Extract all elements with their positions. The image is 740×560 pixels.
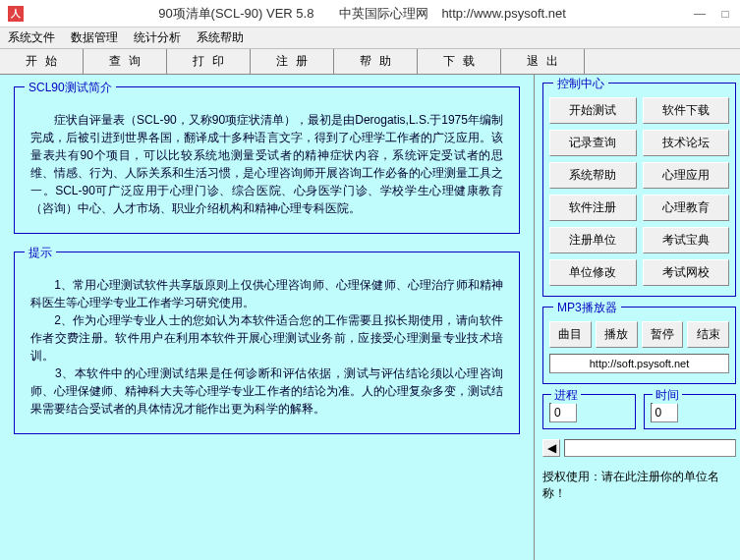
progress-legend: 进程 xyxy=(551,387,581,404)
menubar: 系统文件 数据管理 统计分析 系统帮助 xyxy=(0,28,740,49)
tip-box: 提示 1、常用心理测试软件共享版原则上仅供心理咨询师、心理保健师、心理治疗师和精… xyxy=(14,252,520,434)
control-center: 控制中心 开始测试 软件下载 记录查询 技术论坛 系统帮助 心理应用 软件注册 … xyxy=(542,83,736,297)
maximize-button[interactable]: □ xyxy=(718,7,732,21)
scroll-track[interactable] xyxy=(564,439,736,457)
play-button[interactable]: 播放 xyxy=(596,321,638,348)
stop-button[interactable]: 结束 xyxy=(687,321,729,348)
menu-statistics[interactable]: 统计分析 xyxy=(134,29,181,46)
print-button[interactable]: 打印 xyxy=(167,49,251,74)
software-register-button[interactable]: 软件注册 xyxy=(549,195,637,221)
minimize-button[interactable]: — xyxy=(693,7,707,21)
tech-forum-button[interactable]: 技术论坛 xyxy=(643,130,730,156)
time-box: 时间 0 xyxy=(644,394,737,429)
help-button[interactable]: 帮助 xyxy=(334,49,418,74)
exam-school-button[interactable]: 考试网校 xyxy=(643,259,730,286)
unit-modify-button[interactable]: 单位修改 xyxy=(549,259,637,286)
software-download-button[interactable]: 软件下载 xyxy=(643,97,730,124)
register-unit-button[interactable]: 注册单位 xyxy=(549,227,637,253)
left-panel: SCL90测试简介 症状自评量表（SCL-90，又称90项症状清单），最初是由D… xyxy=(0,75,534,560)
auth-text: 授权使用：请在此注册你的单位名称！ xyxy=(542,467,736,504)
titlebar: 人 90项清单(SCL-90) VER 5.8 中英国际心理网 http://w… xyxy=(0,0,740,28)
scrollbar[interactable]: ◀ xyxy=(542,439,736,457)
download-button[interactable]: 下载 xyxy=(418,49,501,74)
intro-legend: SCL90测试简介 xyxy=(25,80,116,96)
progress-box: 进程 0 xyxy=(542,394,636,429)
start-test-button[interactable]: 开始测试 xyxy=(549,97,637,124)
register-button[interactable]: 注册 xyxy=(251,49,334,74)
app-icon: 人 xyxy=(8,6,24,22)
scroll-left-icon[interactable]: ◀ xyxy=(542,439,560,457)
progress-value: 0 xyxy=(549,403,577,422)
mp3-legend: MP3播放器 xyxy=(553,300,621,316)
start-button[interactable]: 开始 xyxy=(0,49,84,74)
track-button[interactable]: 曲目 xyxy=(549,321,592,348)
query-button[interactable]: 查询 xyxy=(84,49,167,74)
psych-app-button[interactable]: 心理应用 xyxy=(643,162,730,189)
system-help-button[interactable]: 系统帮助 xyxy=(549,162,637,189)
menu-data-manage[interactable]: 数据管理 xyxy=(71,29,118,46)
mp3-player: MP3播放器 曲目 播放 暂停 结束 http://soft.psysoft.n… xyxy=(542,307,736,384)
intro-text: 症状自评量表（SCL-90，又称90项症状清单），最初是由Derogatis,L… xyxy=(30,111,503,217)
exit-button[interactable]: 退出 xyxy=(501,49,585,74)
mp3-url: http://soft.psysoft.net xyxy=(549,354,729,373)
menu-system-file[interactable]: 系统文件 xyxy=(8,29,55,46)
toolbar: 开始 查询 打印 注册 帮助 下载 退出 xyxy=(0,49,740,75)
right-panel: 控制中心 开始测试 软件下载 记录查询 技术论坛 系统帮助 心理应用 软件注册 … xyxy=(534,75,740,560)
psych-edu-button[interactable]: 心理教育 xyxy=(643,195,730,221)
control-legend: 控制中心 xyxy=(553,76,608,92)
menu-system-help[interactable]: 系统帮助 xyxy=(197,29,244,46)
tip-legend: 提示 xyxy=(25,245,56,261)
intro-box: SCL90测试简介 症状自评量表（SCL-90，又称90项症状清单），最初是由D… xyxy=(14,86,520,234)
time-value: 0 xyxy=(651,403,678,422)
window-title: 90项清单(SCL-90) VER 5.8 中英国际心理网 http://www… xyxy=(31,5,693,23)
record-query-button[interactable]: 记录查询 xyxy=(549,130,637,156)
time-legend: 时间 xyxy=(653,387,682,404)
exam-treasure-button[interactable]: 考试宝典 xyxy=(643,227,730,253)
pause-button[interactable]: 暂停 xyxy=(642,321,684,348)
tip-text: 1、常用心理测试软件共享版原则上仅供心理咨询师、心理保健师、心理治疗师和精神科医… xyxy=(30,276,503,418)
